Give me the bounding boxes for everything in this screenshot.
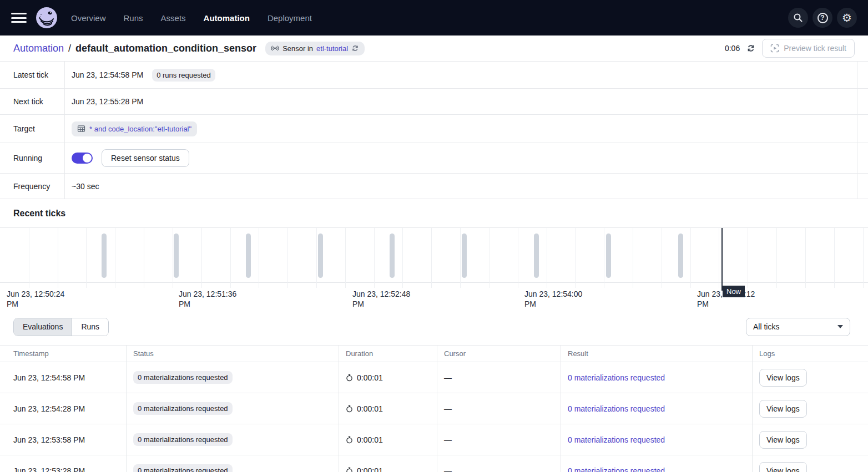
timeline-gridline xyxy=(173,228,173,288)
timeline-gridline xyxy=(230,228,231,288)
timeline-gridline xyxy=(431,228,432,288)
detail-label: Next tick xyxy=(0,89,65,114)
status-badge: 0 materializations requested xyxy=(133,433,233,446)
asset-selection-text: * and code_location:"etl-tutorial" xyxy=(89,125,191,133)
timeline-gridline xyxy=(776,228,777,288)
tick-duration: 0:00:01 xyxy=(357,373,383,382)
tick-result-link[interactable]: 0 materializations requested xyxy=(568,435,665,444)
tick-bar[interactable] xyxy=(462,234,467,278)
running-toggle[interactable] xyxy=(72,153,93,164)
nav-item-deployment[interactable]: Deployment xyxy=(268,13,312,23)
tick-bar[interactable] xyxy=(678,234,683,278)
now-badge: Now xyxy=(723,286,745,297)
menu-hamburger-icon[interactable] xyxy=(11,13,27,23)
column-header-timestamp: Timestamp xyxy=(0,346,126,362)
nav-item-overview[interactable]: Overview xyxy=(71,13,106,23)
refresh-icon[interactable] xyxy=(746,44,755,53)
timeline-axis xyxy=(0,282,868,283)
toggle-knob xyxy=(83,154,92,163)
tick-result-link[interactable]: 0 materializations requested xyxy=(568,373,665,382)
timeline-gridline xyxy=(374,228,375,288)
status-badge: 0 materializations requested xyxy=(133,402,233,415)
tick-bar[interactable] xyxy=(534,234,539,278)
tick-bar[interactable] xyxy=(606,234,611,278)
tab-evaluations[interactable]: Evaluations xyxy=(14,318,72,336)
timeline-gridline xyxy=(834,228,835,288)
recent-ticks-header: Recent ticks xyxy=(0,199,868,227)
code-location-link[interactable]: etl-tutorial xyxy=(316,44,348,53)
timeline-gridline xyxy=(402,228,403,288)
asset-selection-tag[interactable]: * and code_location:"etl-tutorial" xyxy=(72,121,197,136)
next-tick-timestamp: Jun 23, 12:55:28 PM xyxy=(72,97,143,106)
detail-label: Target xyxy=(0,115,65,143)
view-logs-button[interactable]: View logs xyxy=(759,431,807,449)
view-logs-button[interactable]: View logs xyxy=(759,462,807,472)
nav-item-runs[interactable]: Runs xyxy=(124,13,143,23)
column-header-duration: Duration xyxy=(339,346,437,362)
timeline-gridline xyxy=(805,228,806,288)
chevron-down-icon xyxy=(837,325,843,328)
tick-bar[interactable] xyxy=(174,234,179,278)
view-mode-tabs: Evaluations Runs xyxy=(13,318,109,336)
table-row: Jun 23, 12:53:58 PM 0 materializations r… xyxy=(0,424,868,455)
tick-result-link[interactable]: 0 materializations requested xyxy=(568,404,665,413)
status-badge: 0 materializations requested xyxy=(133,371,233,384)
column-header-logs: Logs xyxy=(752,346,868,362)
help-button[interactable]: ? xyxy=(813,8,832,28)
timeline-gridline xyxy=(662,228,662,288)
table-row: Jun 23, 12:54:58 PM 0 materializations r… xyxy=(0,362,868,393)
column-header-status: Status xyxy=(126,346,339,362)
tick-bar[interactable] xyxy=(102,234,107,278)
settings-button[interactable]: ⚙ xyxy=(837,8,857,28)
status-badge: 0 materializations requested xyxy=(133,464,233,472)
timeline-gridline xyxy=(518,228,518,288)
header-actions: 0:06 Preview tick result xyxy=(725,39,855,58)
timeline-gridline xyxy=(633,228,633,288)
sensor-icon xyxy=(271,44,279,52)
timeline-gridline xyxy=(547,228,547,288)
detail-label: Running xyxy=(0,143,65,173)
tick-timestamp: Jun 23, 12:53:58 PM xyxy=(0,424,126,455)
timeline-gridline xyxy=(29,228,29,288)
nav-item-assets[interactable]: Assets xyxy=(161,13,186,23)
timeline-axis-label: Jun 23, 12:50:24 PM xyxy=(7,289,72,309)
tick-duration: 0:00:01 xyxy=(357,435,383,444)
timeline-gridline xyxy=(115,228,115,288)
timeline-gridline xyxy=(604,228,604,288)
tabs-filter-row: Evaluations Runs All ticks xyxy=(0,308,868,345)
timeline-gridline xyxy=(58,228,58,288)
tick-bar[interactable] xyxy=(246,234,251,278)
timeline-gridline xyxy=(86,228,87,288)
tick-duration: 0:00:01 xyxy=(357,466,383,472)
tick-bar[interactable] xyxy=(390,234,395,278)
column-header-cursor: Cursor xyxy=(437,346,561,362)
runs-requested-badge: 0 runs requested xyxy=(152,69,215,82)
tick-timeline[interactable]: Jun 23, 12:50:24 PMJun 23, 12:51:36 PMJu… xyxy=(0,227,868,308)
reset-sensor-status-button[interactable]: Reset sensor status xyxy=(102,149,189,167)
nav-item-automation[interactable]: Automation xyxy=(204,13,250,23)
tab-runs[interactable]: Runs xyxy=(72,318,108,336)
tick-status-filter-select[interactable]: All ticks xyxy=(746,318,850,336)
breadcrumb-automation-link[interactable]: Automation xyxy=(13,43,64,54)
reload-location-icon[interactable] xyxy=(351,44,359,52)
detail-row-running: Running Reset sensor status xyxy=(0,143,868,174)
timeline-axis-label: Jun 23, 12:52:48 PM xyxy=(352,289,418,309)
top-nav: Overview Runs Assets Automation Deployme… xyxy=(0,0,868,35)
tick-bar[interactable] xyxy=(318,234,323,278)
column-header-result: Result xyxy=(561,346,752,362)
timeline-gridline xyxy=(719,228,719,288)
stopwatch-icon xyxy=(346,467,353,472)
dagster-logo-icon[interactable] xyxy=(36,7,58,29)
tick-result-link[interactable]: 0 materializations requested xyxy=(568,466,665,472)
view-logs-button[interactable]: View logs xyxy=(759,369,807,387)
timeline-axis-label: Jun 23, 12:54:00 PM xyxy=(524,289,590,309)
table-row: Jun 23, 12:53:28 PM 0 materializations r… xyxy=(0,455,868,472)
evaluations-table: Timestamp Status Duration Cursor Result … xyxy=(0,345,868,472)
search-button[interactable] xyxy=(788,8,808,28)
timeline-gridline xyxy=(489,228,489,288)
detail-row-frequency: Frequency ~30 sec xyxy=(0,174,868,199)
preview-tick-result-button[interactable]: Preview tick result xyxy=(762,39,855,58)
tick-timestamp: Jun 23, 12:54:28 PM xyxy=(0,393,126,424)
timeline-gridline xyxy=(345,228,346,288)
view-logs-button[interactable]: View logs xyxy=(759,400,807,418)
